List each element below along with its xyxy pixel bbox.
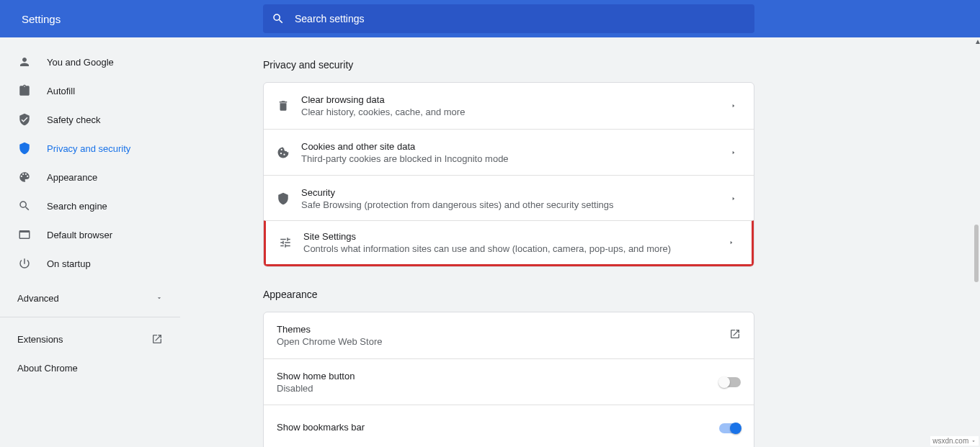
search-icon bbox=[18, 199, 47, 212]
shield-icon bbox=[18, 142, 47, 155]
tune-icon bbox=[279, 236, 303, 249]
sidebar-item-on-startup[interactable]: On startup bbox=[0, 249, 180, 278]
sidebar-about-chrome[interactable]: About Chrome bbox=[0, 353, 180, 382]
sidebar-advanced-toggle[interactable]: Advanced bbox=[0, 284, 180, 312]
row-title: Cookies and other site data bbox=[301, 141, 726, 152]
arrow-right-icon bbox=[726, 103, 741, 109]
sidebar-item-you-and-google[interactable]: You and Google bbox=[0, 48, 180, 76]
watermark: wsxdn.com bbox=[930, 436, 979, 446]
shield-check-icon bbox=[18, 113, 47, 126]
sidebar-item-autofill[interactable]: Autofill bbox=[0, 76, 180, 105]
scroll-up-icon[interactable]: ▲ bbox=[974, 37, 980, 45]
row-home-button[interactable]: Show home button Disabled bbox=[264, 358, 754, 405]
power-icon bbox=[18, 257, 47, 270]
chevron-down-icon bbox=[156, 294, 163, 302]
browser-icon bbox=[18, 228, 47, 241]
clipboard-icon bbox=[18, 84, 47, 97]
search-input[interactable] bbox=[295, 13, 746, 24]
row-sub: Open Chrome Web Store bbox=[277, 336, 729, 347]
palette-icon bbox=[18, 171, 47, 184]
sidebar-item-label: Autofill bbox=[47, 86, 75, 96]
row-site-settings[interactable]: Site Settings Controls what information … bbox=[263, 220, 754, 267]
row-title: Clear browsing data bbox=[301, 94, 726, 105]
advanced-label: Advanced bbox=[17, 293, 59, 304]
sidebar-extensions[interactable]: Extensions bbox=[0, 325, 180, 353]
trash-icon bbox=[277, 99, 301, 112]
extensions-label: Extensions bbox=[17, 334, 63, 345]
row-title: Show home button bbox=[277, 371, 719, 381]
sidebar-item-appearance[interactable]: Appearance bbox=[0, 163, 180, 191]
sidebar-item-label: Appearance bbox=[47, 172, 97, 183]
appearance-card: Themes Open Chrome Web Store Show home b… bbox=[263, 312, 754, 447]
row-security[interactable]: Security Safe Browsing (protection from … bbox=[264, 175, 754, 221]
sidebar-item-search-engine[interactable]: Search engine bbox=[0, 191, 180, 220]
section-title-privacy: Privacy and security bbox=[263, 59, 754, 71]
arrow-right-icon bbox=[726, 150, 741, 155]
row-bookmarks-bar[interactable]: Show bookmarks bar bbox=[264, 405, 754, 447]
person-icon bbox=[18, 55, 47, 68]
toggle-bookmarks-bar[interactable] bbox=[719, 423, 741, 433]
row-title: Themes bbox=[277, 324, 729, 335]
chevron-down-icon bbox=[971, 438, 976, 444]
shield-icon bbox=[277, 192, 301, 205]
row-sub: Controls what information sites can use … bbox=[303, 243, 724, 254]
row-themes[interactable]: Themes Open Chrome Web Store bbox=[264, 312, 754, 358]
sidebar: You and Google Autofill Safety check Pri… bbox=[0, 37, 180, 447]
row-cookies[interactable]: Cookies and other site data Third-party … bbox=[264, 129, 754, 175]
top-header: Settings bbox=[0, 0, 980, 37]
search-box[interactable] bbox=[263, 4, 754, 33]
cookie-icon bbox=[277, 146, 301, 159]
sidebar-item-label: Search engine bbox=[47, 201, 107, 212]
sidebar-item-default-browser[interactable]: Default browser bbox=[0, 220, 180, 249]
sidebar-divider bbox=[0, 317, 180, 317]
row-clear-browsing-data[interactable]: Clear browsing data Clear history, cooki… bbox=[264, 83, 754, 129]
privacy-card: Clear browsing data Clear history, cooki… bbox=[263, 82, 754, 267]
arrow-right-icon bbox=[726, 196, 741, 202]
sidebar-item-label: On startup bbox=[47, 258, 91, 269]
page-title: Settings bbox=[0, 13, 263, 25]
external-link-icon bbox=[151, 333, 163, 345]
sidebar-item-label: Default browser bbox=[47, 230, 112, 240]
sidebar-item-safety-check[interactable]: Safety check bbox=[0, 105, 180, 134]
sidebar-item-privacy-security[interactable]: Privacy and security bbox=[0, 134, 180, 163]
sidebar-item-label: Privacy and security bbox=[47, 143, 130, 154]
external-link-icon bbox=[729, 328, 741, 343]
section-title-appearance: Appearance bbox=[263, 289, 754, 300]
sidebar-item-label: You and Google bbox=[47, 57, 114, 68]
sidebar-item-label: Safety check bbox=[47, 114, 100, 125]
row-title: Show bookmarks bar bbox=[277, 422, 719, 433]
about-label: About Chrome bbox=[17, 363, 78, 374]
row-sub: Disabled bbox=[277, 383, 719, 394]
toggle-home-button[interactable] bbox=[719, 377, 741, 387]
row-sub: Safe Browsing (protection from dangerous… bbox=[301, 199, 726, 210]
row-sub: Clear history, cookies, cache, and more bbox=[301, 107, 726, 117]
arrow-right-icon bbox=[724, 240, 739, 245]
scrollbar-track[interactable] bbox=[970, 37, 980, 447]
search-icon bbox=[272, 12, 285, 25]
row-title: Site Settings bbox=[303, 231, 724, 242]
row-title: Security bbox=[301, 187, 726, 198]
row-sub: Third-party cookies are blocked in Incog… bbox=[301, 153, 726, 164]
scrollbar-thumb[interactable] bbox=[974, 225, 979, 282]
main-content: Privacy and security Clear browsing data… bbox=[263, 37, 754, 447]
